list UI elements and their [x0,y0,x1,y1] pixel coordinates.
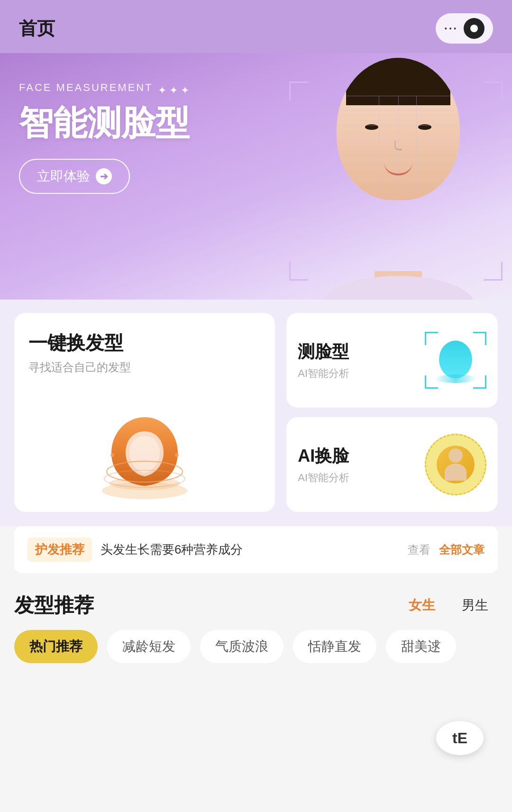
person-shoulder [322,276,474,300]
te-badge-text: tE [452,730,467,747]
scan-corner-tr-icon [473,332,486,345]
hero-title: 智能测脸型 [19,104,493,142]
category-tab-sweet[interactable]: 甜美逑 [386,630,456,663]
hair-style-icon [92,408,197,502]
svg-point-4 [110,453,114,457]
face-swap-info: AI换脸 AI智能分析 [298,445,349,485]
face-swap-title: AI换脸 [298,445,349,468]
category-tab-wavy[interactable]: 气质波浪 [200,630,283,663]
header: 首页 ··· [0,0,512,53]
scan-corner-tl-icon [425,332,438,345]
scan-corner-br [484,262,503,281]
face-type-info: 测脸型 AI智能分析 [298,340,349,381]
te-badge[interactable]: tE [436,721,484,755]
hero-stars: ✦ ✦ ✦ [158,84,189,97]
face-swap-icon [425,434,486,495]
silhouette-head [448,448,463,463]
category-tab-straight[interactable]: 恬静直发 [293,630,376,663]
gender-tabs: 女生 男生 [399,593,498,618]
more-options-icon[interactable]: ··· [444,22,458,35]
face-type-subtitle: AI智能分析 [298,366,349,381]
camera-inner-circle [470,25,478,32]
article-banner[interactable]: 护发推荐 头发生长需要6种营养成分 查看 全部文章 [14,526,498,573]
article-all-button[interactable]: 全部文章 [439,542,485,557]
face-swap-inner [437,446,475,484]
style-section: 发型推荐 女生 男生 热门推荐 减龄短发 气质波浪 恬静直发 甜美逑 [0,583,512,682]
person-silhouette [445,448,466,481]
hero-cta-label: 立即体验 [37,167,90,185]
gender-tab-female[interactable]: 女生 [399,593,445,618]
gender-tab-male[interactable]: 男生 [452,593,498,618]
face-oval [439,340,472,378]
ai-face-swap-card[interactable]: AI换脸 AI智能分析 [286,417,498,512]
scan-corner-bl [289,262,308,281]
article-tag: 护发推荐 [27,538,92,562]
hair-style-title: 一键换发型 [28,330,123,356]
category-tab-hot[interactable]: 热门推荐 [14,630,98,663]
article-view-button[interactable]: 查看 [408,542,430,557]
cards-right: 测脸型 AI智能分析 AI换脸 AI智能分析 [286,313,498,512]
camera-button[interactable] [464,18,485,39]
page-title: 首页 [19,17,55,41]
silhouette-body [445,464,466,481]
hair-style-subtitle: 寻找适合自己的发型 [28,360,131,375]
face-swap-subtitle: AI智能分析 [298,471,349,485]
category-tabs: 热门推荐 减龄短发 气质波浪 恬静直发 甜美逑 [14,630,498,668]
article-text: 头发生长需要6种营养成分 [101,541,399,558]
cards-section: 一键换发型 寻找适合自己的发型 [0,299,512,526]
hair-icon-wrapper [92,408,197,502]
hero-subtitle: FACE MEASUREMENT [19,82,153,94]
face-type-icon [425,332,486,389]
face-type-title: 测脸型 [298,340,349,364]
style-title: 发型推荐 [14,592,94,619]
svg-point-5 [175,453,179,457]
hero-content: FACE MEASUREMENT ✦ ✦ ✦ 智能测脸型 立即体验 ➔ [19,53,493,194]
hero-cta-arrow-icon: ➔ [96,168,112,184]
face-platform [434,374,477,383]
face-type-card[interactable]: 测脸型 AI智能分析 [286,313,498,408]
style-header: 发型推荐 女生 男生 [14,592,498,619]
category-tab-short[interactable]: 减龄短发 [107,630,191,663]
hero-cta-button[interactable]: 立即体验 ➔ [19,159,130,194]
header-controls: ··· [436,13,493,44]
hair-style-card[interactable]: 一键换发型 寻找适合自己的发型 [14,313,275,512]
hero-banner: FACE MEASUREMENT ✦ ✦ ✦ 智能测脸型 立即体验 ➔ [0,53,512,300]
